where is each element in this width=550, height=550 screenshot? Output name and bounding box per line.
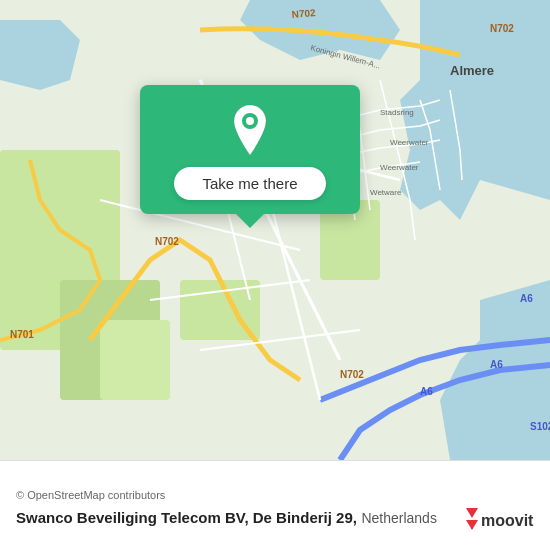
- svg-text:Almere: Almere: [450, 63, 494, 78]
- svg-text:A6: A6: [420, 386, 433, 397]
- osm-credit: © OpenStreetMap contributors: [16, 489, 534, 501]
- svg-text:Weerwater: Weerwater: [390, 138, 429, 147]
- svg-marker-23: [466, 508, 478, 518]
- svg-text:Weerwater: Weerwater: [380, 163, 419, 172]
- svg-text:N702: N702: [490, 23, 514, 34]
- svg-text:Stadsring: Stadsring: [380, 108, 414, 117]
- svg-marker-24: [466, 520, 478, 530]
- map-background: N702 N702 N702 N701 A6 A6 N702 A6 S102 A…: [0, 0, 550, 460]
- location-info: Swanco Beveiliging Telecom BV, De Binder…: [16, 509, 534, 527]
- svg-text:moovit: moovit: [481, 512, 534, 529]
- svg-point-22: [246, 117, 254, 125]
- location-name: Swanco Beveiliging Telecom BV, De Binder…: [16, 509, 357, 526]
- svg-text:N702: N702: [291, 7, 316, 20]
- svg-text:A6: A6: [490, 359, 503, 370]
- svg-text:A6: A6: [520, 293, 533, 304]
- map-container: N702 N702 N702 N701 A6 A6 N702 A6 S102 A…: [0, 0, 550, 460]
- svg-text:N702: N702: [340, 369, 364, 380]
- svg-text:N701: N701: [10, 329, 34, 340]
- moovit-logo: moovit: [466, 502, 536, 536]
- location-country: Netherlands: [361, 510, 437, 526]
- svg-text:N702: N702: [155, 236, 179, 247]
- moovit-logo-svg: moovit: [466, 502, 536, 536]
- location-pin-icon: [228, 103, 272, 157]
- svg-text:Wetware: Wetware: [370, 188, 402, 197]
- bottom-bar: © OpenStreetMap contributors Swanco Beve…: [0, 460, 550, 550]
- svg-rect-5: [100, 320, 170, 400]
- svg-text:S102: S102: [530, 421, 550, 432]
- popup-card: Take me there: [140, 85, 360, 214]
- take-me-there-button[interactable]: Take me there: [174, 167, 325, 200]
